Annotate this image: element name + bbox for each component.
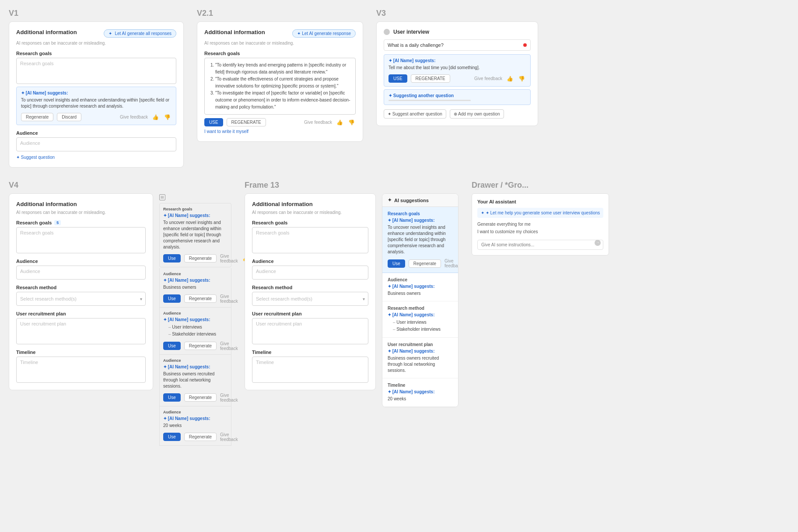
frame13-recruitment-input[interactable]: User recruitment plan [252,318,368,344]
drawer-input[interactable] [477,240,603,250]
frame13-section: Frame 13 Additional information AI respo… [245,181,458,407]
v3-loading-bar [388,100,471,101]
v4-sugg-3-use-btn[interactable]: Use [163,342,181,350]
v1-thumb-up-icon[interactable]: 👍 [151,114,160,120]
frame13-panel-feedback-1: Give feedback [444,259,458,268]
frame13-panel-ai-text-4: Business owners recruited through local … [388,355,453,374]
v4-research-input[interactable]: Research goals [16,227,146,253]
v4-sugg-5-use-btn[interactable]: Use [163,433,181,441]
v4-sugg-2-regen-btn[interactable]: Regenerate [184,294,217,303]
frame13-panel-timeline-title: Timeline [388,383,453,388]
v2-use-btn[interactable]: USE [204,118,223,126]
v1-ai-generate-btn[interactable]: ✦ Let AI generate all responses [104,29,176,38]
v4-timeline-label: Timeline [16,350,146,355]
v3-regenerate-btn[interactable]: REGENERATE [411,74,450,83]
v2-label: V2.1 [197,9,363,18]
v4-sugg-4-btns: Use Regenerate Give feedback [163,393,228,402]
v3-ai-label-1: ✦ [AI Name] suggests: [388,58,526,63]
v4-sugg-3-item-1: User interviews [168,324,228,331]
v4-sugg-5-btns: Use Regenerate Give feedback [163,432,228,442]
v1-audience-input[interactable]: Audience [16,137,176,151]
drawer-send-icon[interactable]: → [595,240,601,246]
v4-sugg-4-use-btn[interactable]: Use [163,393,181,402]
v2-goals-list: "To identify key trends and emerging pat… [209,62,351,111]
frame13-panel-ai-label-4: ✦ [AI Name] suggests: [388,349,453,354]
v3-suggest-another-btn[interactable]: ✦ Suggest another question [384,109,446,119]
drawer-title: Your AI assistant [477,199,603,204]
v3-section: V3 User interview What is a daily challe… [376,9,538,126]
v1-title: Additional information [16,29,77,35]
v4-timeline-input[interactable]: Timeline [16,357,146,383]
v4-sugg-2-use-btn[interactable]: Use [163,294,181,303]
v2-thumb-up-icon[interactable]: 👍 [336,119,344,126]
v4-page-icon: ▤ [159,194,165,200]
v2-ai-generate-btn[interactable]: ✦ Let AI generate response [292,29,356,38]
v1-thumb-down-icon[interactable]: 👎 [163,114,172,120]
v2-research-label: Research goals [204,51,356,56]
v1-suggest-question[interactable]: ✦ Suggest question [16,155,55,160]
v1-ai-text: To uncover novel insights and enhance un… [21,97,172,109]
v4-audience-label: Audience [16,259,146,264]
frame13-audience-input[interactable]: Audience [252,266,368,280]
v2-section: V2.1 Additional information ✦ Let AI gen… [197,9,363,142]
v4-form-card: Additional information AI responses can … [9,193,153,390]
v1-research-label: Research goals [16,51,176,56]
frame13-audience-label: Audience [252,259,368,264]
frame13-panel-ai-label-3: ✦ [AI Name] suggests: [388,312,453,317]
v4-sugg-1-regen-btn[interactable]: Regenerate [184,254,217,262]
v4-sugg-1-use-btn[interactable]: Use [163,254,181,262]
v4-section: V4 Additional information AI responses c… [9,181,231,446]
v3-ai-text-1: Tell me about the last time you [did som… [388,65,526,71]
v3-thumb-up-icon[interactable]: 👍 [506,76,514,82]
v4-method-select[interactable]: Select research method(s) [16,292,146,306]
v1-regenerate-btn[interactable]: Regenerate [21,113,53,121]
frame13-panel-title: AI suggestions [394,198,429,203]
v4-recruitment-input[interactable]: User recruitment plan [16,318,146,344]
v3-label: V3 [376,9,538,18]
v2-regenerate-btn[interactable]: REGENERATE [227,118,266,126]
frame13-panel-ai-text-1: To uncover novel insights and enhance un… [388,224,453,255]
v2-thumb-down-icon[interactable]: 👎 [347,119,356,126]
frame13-timeline-input[interactable]: Timeline [252,357,368,383]
v4-research-badge: 5 [54,220,61,225]
v4-sugg-3-regen-btn[interactable]: Regenerate [184,342,217,350]
frame13-panel-use-btn-1[interactable]: Use [388,259,405,268]
v3-header-title: User interview [393,29,429,35]
frame13-panel-research-title: Research goals [388,211,453,216]
frame13-panel-header: ✦ AI suggestions [382,194,458,207]
v4-method-select-wrapper: Select research method(s) [16,292,146,306]
drawer-card: Your AI assistant ✦ ✦ Let me help you ge… [472,193,609,256]
drawer-label: Drawer / *Gro... [472,181,609,190]
sparkle-icon: ✦ [108,31,112,36]
drawer-option-1[interactable]: Generate everything for me [477,220,603,228]
frame13-research-input[interactable]: Research goals [252,227,368,253]
v1-feedback: Give feedback [120,115,148,119]
drawer-sparkle-icon: ✦ [481,210,486,215]
v1-research-input[interactable]: Research goals [16,58,176,84]
v4-sugg-3: Audience ✦ [AI Name] suggests: User inte… [159,308,231,355]
v4-sugg-4-regen-btn[interactable]: Regenerate [184,393,217,402]
v4-sugg-5-regen-btn[interactable]: Regenerate [184,433,217,441]
drawer-option-2[interactable]: I want to customize my choices [477,228,603,235]
v4-sugg-5-feedback: Give feedback [220,432,238,442]
v3-thumb-down-icon[interactable]: 👎 [518,76,526,82]
v1-warning: AI responses can be inaccurate or mislea… [16,41,176,46]
v4-sugg-2-btns: Use Regenerate Give feedback [163,294,228,304]
v4-form-title: Additional information [16,201,146,207]
v4-sugg-1-ai-label: ✦ [AI Name] suggests: [163,213,228,218]
v4-sugg-2-ai-label: ✦ [AI Name] suggests: [163,278,228,283]
v2-goal-1: "To identify key trends and emerging pat… [215,62,351,76]
frame13-panel-regen-btn-1[interactable]: Regenerate [409,259,441,268]
v3-use-btn[interactable]: USE [388,74,407,83]
v2-card: Additional information ✦ Let AI generate… [197,21,363,142]
v4-recruitment-label: User recruitment plan [16,311,146,316]
v3-ai-suggestion-1: ✦ [AI Name] suggests: Tell me about the … [384,54,531,87]
v2-i-want-link[interactable]: I want to write it myself [204,129,248,134]
frame13-method-select[interactable]: Select research method(s) [252,292,368,306]
v3-add-own-btn[interactable]: ⊕ Add my own question [450,109,504,119]
v4-sugg-1: Research goals ✦ [AI Name] suggests: To … [159,203,231,267]
v1-ai-label: ✦ [AI Name] suggests: [21,91,172,95]
v1-discard-btn[interactable]: Discard [57,113,81,121]
v4-audience-input[interactable]: Audience [16,266,146,280]
v4-sugg-4-feedback: Give feedback [220,393,238,402]
